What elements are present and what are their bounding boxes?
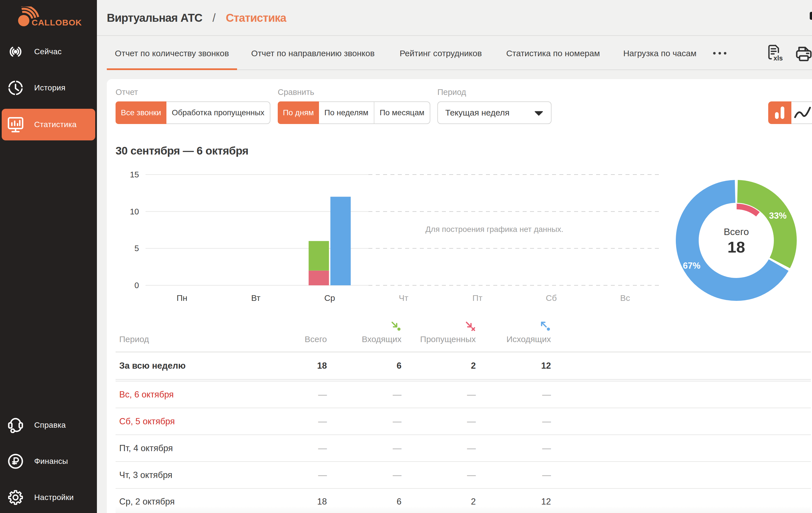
report-tabbar: Отчет по количеству звонков Отчет по нап… xyxy=(97,36,812,70)
x-axis-label: Чт xyxy=(399,293,408,303)
option-by-weeks[interactable]: По неделям xyxy=(319,102,374,123)
outgoing-cell: — xyxy=(116,435,551,461)
chart-type-toggle xyxy=(768,101,812,124)
breadcrumb-separator: / xyxy=(212,11,215,24)
table-row[interactable]: Вс, 6 октября — — — — xyxy=(116,381,811,408)
clock-icon xyxy=(8,80,24,96)
no-data-note: Для построения графика нет данных. xyxy=(426,225,563,234)
bar-chart-toggle-button[interactable] xyxy=(768,101,791,124)
logo-text: CALLOBOK xyxy=(32,18,82,27)
donut-pct-outgoing: 67% xyxy=(683,261,700,271)
y-axis-tick: 15 xyxy=(130,170,139,179)
x-axis-label: Вт xyxy=(251,293,261,303)
option-by-months[interactable]: По месяцам xyxy=(374,102,430,123)
y-axis-tick: 5 xyxy=(135,244,139,253)
table-header-row: Период Всего Входящих Пропущенных Исходя… xyxy=(116,313,811,352)
sidebar-item-label: Сейчас xyxy=(34,47,62,56)
report-tabs: Отчет по количеству звонков Отчет по нап… xyxy=(107,36,731,70)
breadcrumb: Виртуальная АТС / Статистика xyxy=(107,0,286,36)
statistics-card: Отчет Сравнить Период Все звонки Обработ… xyxy=(107,79,812,513)
period-stats-table: Период Всего Входящих Пропущенных Исходя… xyxy=(116,313,811,513)
x-axis-label: Пт xyxy=(472,293,483,303)
sidebar-item-label: Статистика xyxy=(34,120,77,129)
table-row[interactable]: Сб, 5 октября — — — — xyxy=(116,408,811,435)
x-axis-label: Ср xyxy=(324,293,335,303)
chevron-down-icon xyxy=(534,111,543,116)
outgoing-cell: — xyxy=(116,462,551,488)
x-axis-label: Сб xyxy=(546,293,557,303)
outgoing-cell: — xyxy=(116,381,551,408)
x-axis-label: Пн xyxy=(177,293,187,303)
col-header-incoming[interactable]: Входящих xyxy=(361,334,402,344)
breadcrumb-section[interactable]: Виртуальная АТС xyxy=(107,11,202,24)
gear-icon xyxy=(8,489,24,505)
breadcrumb-current: Статистика xyxy=(226,11,286,24)
col-header-outgoing[interactable]: Исходящих xyxy=(506,334,551,344)
bar-Входящих xyxy=(309,241,329,271)
sidebar-item-finance[interactable]: Финансы xyxy=(0,448,97,475)
filter-label-compare: Сравнить xyxy=(278,88,314,97)
filter-label-report: Отчет xyxy=(116,88,138,97)
tab-employee-rating[interactable]: Рейтинг сотрудников xyxy=(392,36,490,70)
sidebar-item-settings[interactable]: Настройки xyxy=(0,484,97,511)
tab-hourly-load[interactable]: Нагрузка по часам xyxy=(616,36,703,70)
donut-center-value: 18 xyxy=(727,238,745,256)
date-range-heading: 30 сентября — 6 октября xyxy=(116,145,248,157)
col-header-period[interactable]: Период xyxy=(119,334,149,344)
table-row[interactable]: Пт, 4 октября — — — — xyxy=(116,435,811,462)
col-header-total[interactable]: Всего xyxy=(304,334,327,344)
sidebar-item-label: История xyxy=(34,83,65,92)
missed-call-icon xyxy=(464,321,476,333)
line-chart-icon xyxy=(794,106,811,120)
compare-switch: По дням По неделям По месяцам xyxy=(278,101,430,124)
line-chart-toggle-button[interactable] xyxy=(791,101,812,124)
tabs-more-button[interactable] xyxy=(708,36,731,70)
calls-donut-chart: 33%67%Всего18 xyxy=(676,180,797,301)
page-header: Виртуальная АТС / Статистика xyxy=(97,0,812,36)
broadcast-icon xyxy=(8,44,24,60)
y-axis-tick: 0 xyxy=(135,281,139,290)
period-select[interactable]: Текущая неделя xyxy=(437,101,551,124)
donut-inner-arc-Пропущенных xyxy=(736,207,758,214)
x-axis-label: Вс xyxy=(620,293,630,303)
table-row-week-total[interactable]: За всю неделю 18 6 2 12 xyxy=(116,352,811,380)
sidebar-item-label: Настройки xyxy=(34,493,74,502)
table-row[interactable]: Ср, 2 октября 18 6 2 12 xyxy=(116,489,811,513)
bar-chart-icon xyxy=(774,106,785,120)
headset-icon xyxy=(8,417,24,433)
option-by-days[interactable]: По дням xyxy=(278,101,319,124)
incoming-call-icon xyxy=(390,321,402,333)
report-type-switch: Все звонки Обработка пропущенных xyxy=(116,101,270,124)
col-header-missed[interactable]: Пропущенных xyxy=(420,334,476,344)
donut-center-label: Всего xyxy=(724,226,749,237)
filter-label-period: Период xyxy=(437,88,466,97)
bar-Исходящих xyxy=(330,197,351,285)
app-logo[interactable]: CALLOBOK xyxy=(15,6,88,35)
tab-calls-count-report[interactable]: Отчет по количеству звонков xyxy=(107,36,237,70)
sidebar-item-statistics[interactable]: Статистика xyxy=(0,111,97,138)
outgoing-cell: 12 xyxy=(116,352,551,379)
option-missed-processing[interactable]: Обработка пропущенных xyxy=(166,102,270,123)
table-row[interactable]: Чт, 3 октября — — — — xyxy=(116,462,811,489)
outgoing-cell: — xyxy=(116,408,551,434)
tab-calls-direction-report[interactable]: Отчет по направлению звонков xyxy=(245,36,381,70)
sidebar-item-history[interactable]: История xyxy=(0,74,97,101)
sidebar-item-label: Справка xyxy=(34,421,66,430)
calls-bar-chart: 151050ПнВтСрЧтПтСбВсДля построения графи… xyxy=(129,170,689,311)
ruble-icon xyxy=(8,453,24,469)
bar-Пропущенных xyxy=(309,271,329,285)
outgoing-cell: 12 xyxy=(116,489,551,513)
option-all-calls[interactable]: Все звонки xyxy=(116,101,166,124)
sidebar-item-help[interactable]: Справка xyxy=(0,412,97,439)
y-axis-tick: 10 xyxy=(130,207,139,216)
sidebar-item-now[interactable]: Сейчас xyxy=(0,38,97,65)
tab-actions: xls xyxy=(768,36,812,70)
donut-pct-incoming: 33% xyxy=(769,211,787,221)
tab-numbers-statistics[interactable]: Статистика по номерам xyxy=(499,36,607,70)
export-xls-button[interactable]: xls xyxy=(768,44,784,63)
svg-text:xls: xls xyxy=(774,55,783,62)
sidebar: CALLOBOK Сейчас xyxy=(0,0,97,513)
sidebar-item-label: Финансы xyxy=(34,457,68,466)
chart-monitor-icon xyxy=(8,117,24,132)
print-button[interactable] xyxy=(795,44,812,62)
